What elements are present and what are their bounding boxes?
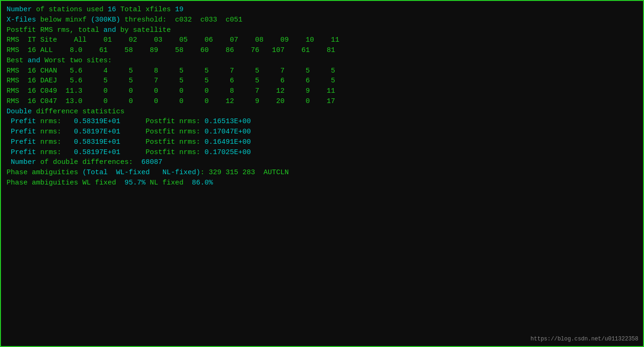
text-segment: RMS 16 ALL 8.0 61 58 89 58 60 86 76 107 … — [7, 46, 335, 54]
text-segment: difference statistics — [32, 108, 124, 116]
text-segment: 16 — [108, 6, 116, 14]
terminal-line-line21: Phase ambiguities WL fixed 95.7% NL fixe… — [7, 178, 637, 188]
terminal-line-line20: Phase ambiguities (Total WL-fixed NL-fix… — [7, 168, 637, 178]
text-segment: nrms: — [36, 118, 74, 126]
text-segment: by satellite — [116, 26, 171, 34]
text-segment: and — [28, 57, 40, 65]
text-segment: nrms: — [36, 128, 74, 136]
text-segment: 68087 — [141, 158, 162, 166]
text-segment: (300KB) — [91, 16, 120, 24]
text-segment: 19 — [175, 6, 183, 14]
terminal-line-line2: X-files below minxf (300KB) threshold: c… — [7, 15, 637, 25]
text-segment: X-files — [7, 16, 36, 24]
text-segment: Double — [7, 108, 32, 116]
text-segment: 0.16491E+00 — [205, 138, 251, 146]
text-segment: : 329 315 283 AUTCLN — [200, 169, 289, 177]
text-segment: Postfit — [120, 148, 175, 156]
text-segment: Phase — [7, 169, 28, 177]
text-segment: nrms: — [175, 148, 205, 156]
text-segment: Number — [7, 6, 32, 14]
text-segment: Prefit — [7, 118, 36, 126]
text-segment: 95.7% — [124, 179, 146, 187]
text-segment: ambiguities — [28, 169, 82, 177]
text-segment: Prefit — [7, 128, 36, 136]
text-segment: (Total WL-fixed NL-fixed) — [82, 169, 200, 177]
text-segment: nrms: — [36, 138, 74, 146]
terminal-line-line13: Double difference statistics — [7, 107, 637, 117]
terminal-line-line8: RMS 16 CHAN 5.6 4 5 8 5 5 7 5 7 5 5 — [7, 66, 637, 76]
text-segment: 0.58319E+01 — [74, 138, 120, 146]
text-segment: threshold: c032 c033 c051 — [120, 16, 242, 24]
text-segment: RMS IT Site All 01 02 03 05 06 07 08 09 … — [7, 36, 339, 44]
text-segment: Postfit — [120, 138, 175, 146]
text-segment: nrms: — [175, 118, 205, 126]
text-segment: Worst two sites: — [40, 57, 112, 65]
terminal-line-line16: Prefit nrms: 0.58319E+01 Postfit nrms: 0… — [7, 137, 637, 148]
terminal-line-line14: Prefit nrms: 0.58319E+01 Postfit nrms: 0… — [7, 117, 637, 127]
terminal-line-line10: RMS 16 C049 11.3 0 0 0 0 0 8 7 12 9 11 — [7, 86, 637, 96]
text-segment: 0.17047E+00 — [205, 128, 251, 136]
text-segment: Best — [7, 57, 28, 65]
text-segment: nrms: — [175, 138, 205, 146]
text-segment: 0.17025E+00 — [205, 148, 251, 156]
terminal-line-line7: Best and Worst two sites: — [7, 56, 637, 66]
terminal-line-line4: Postfit RMS rms, total and by satellite — [7, 25, 637, 36]
text-segment: RMS 16 DAEJ 5.6 5 5 7 5 5 6 5 6 6 5 — [7, 77, 335, 85]
text-segment: NL fixed — [146, 179, 192, 187]
terminal-line-line15: Prefit nrms: 0.58197E+01 Postfit nrms: 0… — [7, 127, 637, 137]
terminal-line-line5: RMS IT Site All 01 02 03 05 06 07 08 09 … — [7, 35, 637, 45]
text-segment: Postfit — [120, 118, 175, 126]
terminal-window: Number of stations used 16 Total xfiles … — [0, 0, 644, 347]
watermark: https://blog.csdn.net/u011322358 — [531, 335, 638, 343]
text-segment: 0.58197E+01 — [74, 128, 120, 136]
text-segment: of stations used — [32, 6, 108, 14]
text-segment: RMS 16 CHAN 5.6 4 5 8 5 5 7 5 7 5 5 — [7, 67, 335, 75]
terminal-line-line11: RMS 16 C047 13.0 0 0 0 0 0 12 9 20 0 17 — [7, 96, 637, 107]
text-segment: Postfit — [120, 128, 175, 136]
text-segment: below minxf — [36, 16, 91, 24]
terminal-line-line17: Prefit nrms: 0.58197E+01 Postfit nrms: 0… — [7, 148, 637, 158]
text-segment: nrms: — [36, 148, 74, 156]
text-segment: 0.16513E+00 — [205, 118, 251, 126]
text-segment: nrms: — [175, 128, 205, 136]
terminal-line-line6: RMS 16 ALL 8.0 61 58 89 58 60 86 76 107 … — [7, 45, 637, 56]
text-segment: Postfit RMS rms, total — [7, 26, 103, 34]
text-segment: RMS 16 C047 13.0 0 0 0 0 0 12 9 20 0 17 — [7, 97, 335, 105]
text-segment: Prefit — [7, 138, 36, 146]
text-segment: 86.0% — [192, 179, 213, 187]
terminal-line-line9: RMS 16 DAEJ 5.6 5 5 7 5 5 6 5 6 6 5 — [7, 76, 637, 86]
text-segment: 0.58319E+01 — [74, 118, 120, 126]
text-segment: Phase — [7, 179, 28, 187]
text-segment: RMS 16 C049 11.3 0 0 0 0 0 8 7 12 9 11 — [7, 87, 335, 95]
text-segment: Total xfiles — [116, 6, 175, 14]
terminal-line-line18: Number of double differences: 68087 — [7, 157, 637, 168]
text-segment: of double differences: — [36, 158, 141, 166]
text-segment: Prefit — [7, 148, 36, 156]
terminal-content: Number of stations used 16 Total xfiles … — [7, 5, 637, 188]
text-segment: 0.58197E+01 — [74, 148, 120, 156]
terminal-line-line1: Number of stations used 16 Total xfiles … — [7, 5, 637, 15]
text-segment: ambiguities WL fixed — [28, 179, 124, 187]
text-segment: and — [103, 26, 116, 34]
text-segment: Number — [7, 158, 36, 166]
